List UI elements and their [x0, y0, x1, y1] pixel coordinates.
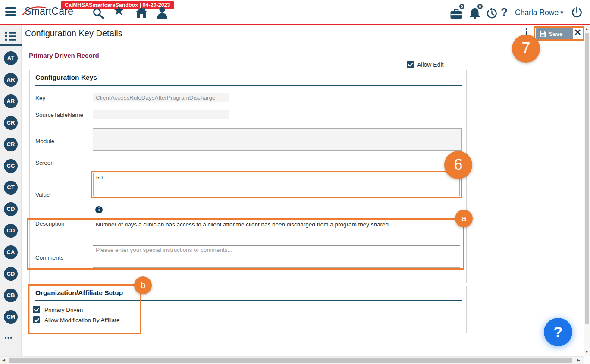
user-menu[interactable]: Charla Rowe▾ [515, 8, 563, 17]
notifications-count-badge: 0 [477, 3, 483, 10]
allow-modification-checkbox[interactable] [33, 316, 40, 323]
client-avatar[interactable]: CD [4, 224, 18, 238]
hamburger-menu-icon[interactable] [5, 7, 16, 16]
value-label: Value [35, 191, 50, 198]
value-info-icon[interactable]: i [95, 206, 103, 213]
description-textarea[interactable]: Number of days a clinician has access to… [93, 220, 460, 242]
briefcase-icon[interactable] [450, 9, 463, 19]
checkmark-icon [34, 318, 39, 322]
client-avatar[interactable]: AT [4, 51, 18, 65]
checkmark-icon [408, 63, 413, 67]
save-button[interactable]: Save [536, 28, 573, 39]
more-clients-ellipsis-icon[interactable]: ••• [5, 335, 13, 341]
client-avatar[interactable]: CR [4, 138, 18, 151]
scroll-left-icon[interactable]: ◀ [2, 358, 5, 362]
help-fab-button[interactable]: ? [544, 318, 572, 346]
list-menu-icon[interactable] [5, 31, 17, 41]
module-field [93, 128, 462, 151]
primary-driven-label: Primary Driven [44, 307, 83, 313]
client-avatar[interactable]: CD [4, 202, 18, 216]
comments-textarea[interactable] [93, 245, 460, 268]
page-title: Configuration Key Details [25, 28, 122, 38]
help-question-icon[interactable]: ? [501, 6, 508, 19]
header-info-icon[interactable]: i [525, 27, 528, 38]
vertical-scroll-thumb[interactable] [585, 33, 589, 324]
client-avatar[interactable]: AR [4, 94, 18, 108]
source-table-label: SourceTableName [35, 112, 83, 118]
scroll-down-icon[interactable]: ▼ [585, 350, 589, 354]
top-bar: SmartCare CalMHSASmartcareSandbox | 04-2… [0, 0, 590, 25]
key-input [93, 93, 229, 102]
search-icon[interactable] [92, 7, 104, 19]
client-avatar[interactable]: AR [4, 73, 18, 87]
checkmark-icon [34, 308, 39, 312]
client-avatar[interactable]: CA [4, 245, 18, 259]
client-avatar[interactable]: CT [4, 181, 18, 195]
person-icon[interactable] [157, 6, 168, 19]
scroll-up-icon[interactable]: ▲ [585, 27, 589, 31]
source-table-input [93, 110, 229, 119]
chevron-down-icon: ▾ [560, 9, 563, 16]
primary-driven-checkbox[interactable] [33, 306, 40, 313]
client-avatar[interactable]: CM [4, 310, 18, 324]
module-label: Module [35, 138, 54, 144]
key-label: Key [35, 95, 45, 101]
client-avatar[interactable]: CD [4, 267, 18, 281]
horizontal-scroll-thumb[interactable] [9, 358, 572, 363]
floppy-save-icon [540, 31, 546, 37]
scrollbar-corner [584, 356, 590, 364]
comments-label: Comments [35, 254, 63, 261]
briefcase-count-badge: 0 [458, 3, 465, 10]
favorites-star-icon[interactable]: ★ [113, 3, 125, 17]
left-sidebar: AT AR AR CR CR CC CT CD CD CA CD CB CM •… [0, 25, 22, 356]
close-icon[interactable]: ✕ [574, 27, 581, 38]
resize-handle-icon[interactable] [455, 192, 458, 196]
client-avatar[interactable]: CR [4, 116, 18, 130]
configuration-keys-title: Configuration Keys [35, 74, 97, 82]
sidebar-divider [0, 44, 22, 46]
org-affiliate-title: Organization/Affiliate Setup [35, 289, 123, 297]
scroll-right-icon[interactable]: ▶ [577, 358, 580, 362]
save-button-label: Save [549, 31, 563, 37]
power-logout-icon[interactable] [571, 6, 583, 18]
history-icon[interactable] [486, 8, 498, 19]
annotation-step-7: 7 [512, 35, 540, 63]
value-textarea[interactable]: 60 [93, 173, 460, 196]
user-name-label: Charla Rowe [515, 8, 559, 17]
allow-edit-label: Allow Edit [417, 61, 443, 68]
section-rule [35, 300, 462, 301]
client-avatar[interactable]: CC [4, 159, 18, 173]
allow-edit-checkbox[interactable] [407, 61, 414, 68]
screen-label: Screen [35, 160, 54, 166]
description-label: Description [35, 220, 65, 227]
allow-modification-label: Allow Modification By Affiliate [44, 317, 120, 323]
client-avatar[interactable]: CB [4, 289, 18, 302]
home-icon[interactable] [135, 7, 148, 18]
record-heading: Primary Driven Record [29, 52, 99, 59]
section-rule [35, 85, 462, 86]
